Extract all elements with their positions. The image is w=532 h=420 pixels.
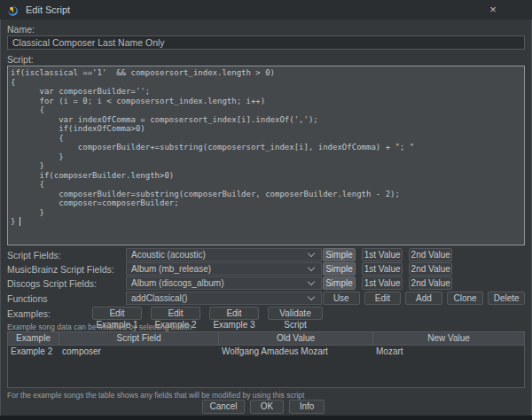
examples-label: Examples: xyxy=(7,308,51,319)
edit-example-3-button[interactable]: Edit Example 3 xyxy=(209,307,259,320)
edit-example-1-button[interactable]: Edit Example 1 xyxy=(92,307,142,320)
second-value-button[interactable]: 2nd Value xyxy=(409,276,452,290)
functions-select[interactable]: addClassical() xyxy=(126,292,322,305)
script-code: if(isclassical =='1' && composersort_ind… xyxy=(8,66,524,229)
script-fields-buttons: Simple 1st Value 2nd Value xyxy=(323,248,452,261)
discogs-fields-buttons: Simple 1st Value 2nd Value xyxy=(323,276,452,290)
musicbrainz-fields-value: Album (mb_release) xyxy=(131,264,309,274)
cell-script-field: composer xyxy=(59,346,219,358)
functions-label: Functions xyxy=(7,293,48,304)
edit-button[interactable]: Edit xyxy=(364,292,402,305)
cell-example: Example 2 xyxy=(8,346,59,358)
table-header-new-value: New Value xyxy=(373,332,524,345)
chevron-down-icon xyxy=(308,278,315,285)
delete-button[interactable]: Delete xyxy=(488,292,525,305)
window-title: Edit Script xyxy=(26,4,70,15)
second-value-button[interactable]: 2nd Value xyxy=(409,248,452,261)
discogs-fields-select[interactable]: Album (discogs_album) xyxy=(126,276,322,290)
simple-button[interactable]: Simple xyxy=(323,248,356,261)
table-header-old-value: Old Value xyxy=(219,332,373,345)
simple-button[interactable]: Simple xyxy=(323,276,356,290)
info-button[interactable]: Info xyxy=(289,400,325,414)
first-value-button[interactable]: 1st Value xyxy=(362,276,403,290)
chevron-down-icon xyxy=(308,293,315,300)
table-header-script-field: Script Field xyxy=(59,332,219,345)
script-editor[interactable]: if(isclassical =='1' && composersort_ind… xyxy=(7,66,525,245)
first-value-button[interactable]: 1st Value xyxy=(362,262,403,276)
validate-script-button[interactable]: Validate Script xyxy=(268,307,323,320)
discogs-fields-value: Album (discogs_album) xyxy=(131,278,309,288)
musicbrainz-fields-buttons: Simple 1st Value 2nd Value xyxy=(323,262,452,276)
modified-fields-table: Example Script Field Old Value New Value… xyxy=(7,331,525,388)
add-button[interactable]: Add xyxy=(405,292,442,305)
cell-old-value: Wolfgang Amadeus Mozart xyxy=(219,346,373,358)
table-explanation-caption: For the example songs the table shows an… xyxy=(7,391,304,400)
first-value-button[interactable]: 1st Value xyxy=(362,248,403,261)
edit-script-dialog: Edit Script × Name: Script: if(isclassic… xyxy=(0,0,532,420)
app-icon xyxy=(7,4,19,16)
musicbrainz-fields-label: MusicBrainz Script Fields: xyxy=(7,264,114,275)
name-input[interactable] xyxy=(7,35,525,50)
examples-buttons: Edit Example 1 Edit Example 2 Edit Examp… xyxy=(92,307,323,320)
use-button[interactable]: Use xyxy=(323,292,360,305)
table-header-row: Example Script Field Old Value New Value xyxy=(8,332,524,346)
script-fields-select[interactable]: Acoustic (acoustic) xyxy=(126,248,322,261)
script-label: Script: xyxy=(7,54,34,65)
example-data-caption: Example song data can be modified by sel… xyxy=(7,323,192,331)
titlebar: Edit Script × xyxy=(0,0,532,19)
text-cursor xyxy=(20,217,20,226)
window-bottom-edge xyxy=(0,416,532,420)
functions-value: addClassical() xyxy=(131,293,309,303)
functions-buttons: Use Edit Add Clone Delete xyxy=(323,292,525,305)
close-icon[interactable]: × xyxy=(486,3,500,17)
name-label: Name: xyxy=(7,24,35,35)
script-fields-value: Acoustic (acoustic) xyxy=(131,250,309,260)
table-row[interactable]: Example 2 composer Wolfgang Amadeus Moza… xyxy=(8,346,524,358)
footer-buttons: Cancel OK Info xyxy=(202,400,325,414)
musicbrainz-fields-select[interactable]: Album (mb_release) xyxy=(126,262,322,276)
simple-button[interactable]: Simple xyxy=(323,262,356,276)
cancel-button[interactable]: Cancel xyxy=(202,400,245,414)
second-value-button[interactable]: 2nd Value xyxy=(409,262,452,276)
chevron-down-icon xyxy=(308,250,315,257)
cell-new-value: Mozart xyxy=(373,346,524,358)
table-header-example: Example xyxy=(8,332,59,345)
chevron-down-icon xyxy=(308,264,315,271)
edit-example-2-button[interactable]: Edit Example 2 xyxy=(151,307,200,320)
clone-button[interactable]: Clone xyxy=(447,292,484,305)
ok-button[interactable]: OK xyxy=(250,400,284,414)
discogs-fields-label: Discogs Script Fields: xyxy=(7,278,97,289)
script-fields-label: Script Fields: xyxy=(7,250,61,261)
